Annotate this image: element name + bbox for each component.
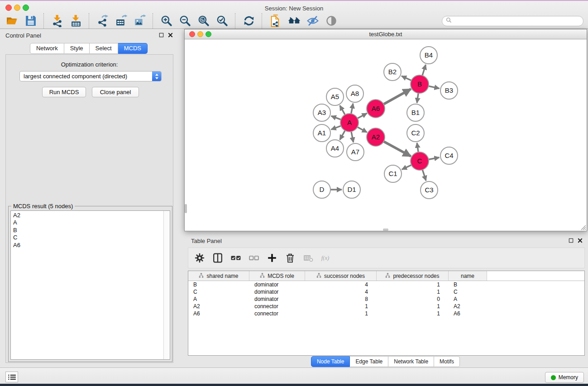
graph-node-C3[interactable]: C3: [421, 181, 438, 199]
graph-node-C4[interactable]: C4: [440, 147, 458, 164]
table-row[interactable]: Bdominator41B: [188, 281, 584, 288]
network-canvas[interactable]: B4B2BB3A8A5A6A3B1AA1C2A2A4A7C4CC1C3DD1: [185, 39, 587, 231]
import-table-icon[interactable]: [68, 14, 83, 29]
tab-node-table[interactable]: Node Table: [311, 356, 350, 367]
new-network-from-selection-icon[interactable]: [268, 14, 283, 29]
table-cell[interactable]: 8: [305, 296, 377, 302]
table-cell[interactable]: dominator: [249, 289, 305, 295]
result-list-scrollbar[interactable]: [163, 211, 170, 359]
tab-style[interactable]: Style: [64, 43, 90, 54]
zoom-selected-icon[interactable]: [215, 14, 229, 29]
table-cell[interactable]: C: [188, 289, 249, 295]
graph-node-B4[interactable]: B4: [420, 47, 437, 64]
tab-network-table[interactable]: Network Table: [388, 356, 434, 367]
save-session-icon[interactable]: [23, 14, 38, 29]
graph-node-A1[interactable]: A1: [313, 124, 330, 142]
mcds-result-list[interactable]: A2ABCA6: [10, 210, 170, 360]
float-panel-icon[interactable]: [159, 33, 164, 38]
close-panel-button[interactable]: Close panel: [92, 87, 139, 97]
column-header-shared-name[interactable]: shared name: [188, 271, 249, 281]
export-image-icon[interactable]: [132, 14, 147, 29]
tab-mcds[interactable]: MCDS: [118, 43, 148, 54]
table-cell[interactable]: connector: [249, 310, 305, 317]
title-bar[interactable]: Session: New Session: [0, 2, 588, 12]
tab-select[interactable]: Select: [90, 43, 118, 54]
search-box[interactable]: [442, 16, 583, 26]
table-row[interactable]: A2connector11A2: [188, 303, 584, 310]
table-row[interactable]: A6connector11A6: [188, 310, 584, 317]
resize-grip-icon[interactable]: [580, 224, 586, 230]
table-cell[interactable]: A: [449, 296, 487, 302]
table-cell[interactable]: dominator: [249, 296, 305, 302]
table-cell[interactable]: A6: [449, 310, 487, 317]
table-cell[interactable]: 4: [305, 289, 377, 295]
graph-node-A8[interactable]: A8: [346, 85, 363, 102]
graph-node-A3[interactable]: A3: [313, 104, 330, 121]
zoom-in-icon[interactable]: [159, 14, 174, 29]
select-all-columns-icon[interactable]: [229, 251, 243, 265]
graph-node-A7[interactable]: A7: [347, 143, 364, 161]
table-cell[interactable]: C: [449, 289, 487, 295]
column-header-predecessor-nodes[interactable]: predecessor nodes: [377, 271, 449, 281]
task-history-button[interactable]: [5, 372, 18, 382]
graph-node-A2[interactable]: A2: [367, 128, 385, 146]
column-header-MCDS-role[interactable]: MCDS role: [249, 271, 305, 281]
result-list-item[interactable]: A2: [13, 212, 161, 219]
criterion-dropdown[interactable]: largest connected component (directed): [19, 71, 162, 81]
network-graph[interactable]: B4B2BB3A8A5A6A3B1AA1C2A2A4A7C4CC1C3DD1: [185, 39, 587, 231]
export-network-icon[interactable]: [95, 14, 110, 29]
delete-columns-icon[interactable]: [283, 251, 297, 265]
open-session-icon[interactable]: [5, 14, 19, 29]
table-cell[interactable]: A6: [188, 310, 249, 317]
table-cell[interactable]: 1: [305, 310, 377, 317]
result-list-item[interactable]: C: [13, 234, 161, 241]
graph-node-B2[interactable]: B2: [384, 63, 401, 81]
network-window-titlebar[interactable]: testGlobe.txt: [185, 29, 587, 39]
deselect-all-columns-icon[interactable]: [247, 251, 261, 265]
table-cell[interactable]: 1: [377, 310, 449, 317]
table-cell[interactable]: 0: [377, 296, 449, 302]
tab-network[interactable]: Network: [30, 43, 64, 54]
hide-graphics-details-icon[interactable]: [305, 14, 320, 29]
graph-node-A5[interactable]: A5: [326, 88, 344, 105]
table-cell[interactable]: A2: [449, 303, 487, 310]
gear-icon[interactable]: [193, 251, 206, 265]
graph-node-A4[interactable]: A4: [326, 140, 344, 157]
table-row[interactable]: Cdominator41C: [188, 288, 584, 295]
import-network-icon[interactable]: [50, 14, 65, 29]
graph-node-D[interactable]: D: [313, 181, 330, 198]
graph-node-D1[interactable]: D1: [343, 181, 360, 198]
table-cell[interactable]: B: [188, 281, 249, 288]
tab-motifs[interactable]: Motifs: [434, 356, 460, 367]
export-table-icon[interactable]: [114, 14, 129, 29]
close-table-panel-icon[interactable]: [578, 238, 583, 243]
graph-node-A6[interactable]: A6: [367, 100, 385, 118]
result-list-item[interactable]: B: [13, 227, 161, 234]
graph-node-B3[interactable]: B3: [440, 82, 458, 99]
table-cell[interactable]: 1: [305, 303, 377, 310]
table-cell[interactable]: connector: [249, 303, 305, 310]
graph-node-B[interactable]: B: [411, 75, 429, 93]
refresh-icon[interactable]: [241, 14, 256, 29]
zoom-out-icon[interactable]: [177, 14, 192, 29]
graph-node-B1[interactable]: B1: [407, 104, 424, 121]
search-input[interactable]: [454, 17, 579, 24]
table-cell[interactable]: 4: [305, 281, 377, 288]
table-cell[interactable]: B: [449, 281, 487, 288]
table-row[interactable]: Adominator80A: [188, 295, 584, 303]
float-table-panel-icon[interactable]: [569, 238, 574, 243]
table-cell[interactable]: dominator: [249, 281, 305, 288]
result-list-item[interactable]: A: [13, 219, 161, 226]
zoom-fit-icon[interactable]: [196, 14, 211, 29]
close-panel-icon[interactable]: [168, 33, 173, 38]
table-cell[interactable]: A2: [188, 303, 249, 310]
graph-node-C2[interactable]: C2: [407, 124, 424, 142]
graph-node-C[interactable]: C: [411, 152, 429, 170]
column-header-successor-nodes[interactable]: successor nodes: [305, 271, 377, 281]
canvas-vscroll-thumb[interactable]: [185, 204, 187, 213]
table-cell[interactable]: 1: [377, 303, 449, 310]
run-mcds-button[interactable]: Run MCDS: [42, 87, 86, 97]
show-graphics-details-icon[interactable]: [324, 14, 339, 29]
table-cell[interactable]: 1: [377, 289, 449, 295]
column-header-name[interactable]: name: [449, 271, 487, 281]
